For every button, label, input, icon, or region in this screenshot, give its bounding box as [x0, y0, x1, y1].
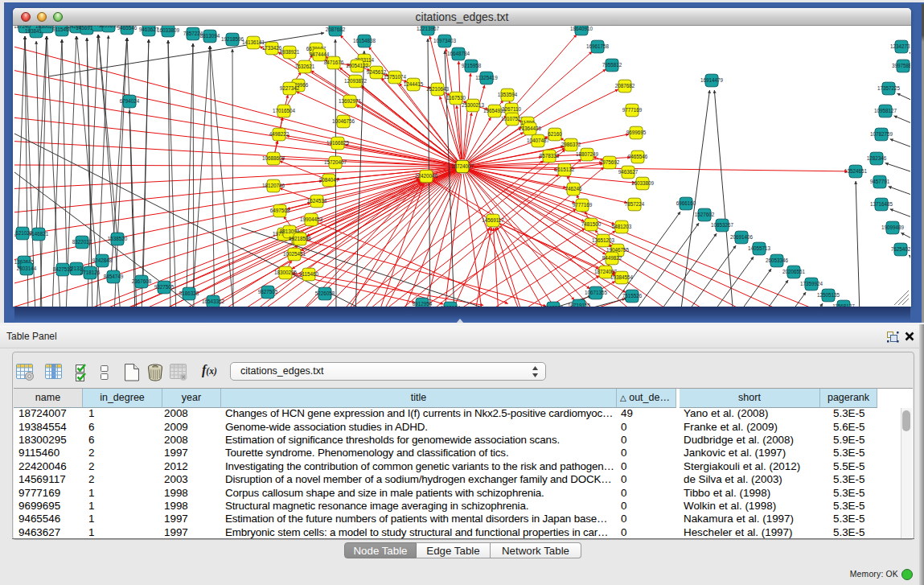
svg-text:12342737: 12342737: [890, 43, 910, 49]
svg-text:16914479: 16914479: [700, 77, 724, 83]
svg-text:7975692: 7975692: [600, 159, 620, 165]
svg-text:1615132: 1615132: [555, 167, 575, 172]
svg-text:10973403: 10973403: [433, 38, 457, 43]
svg-text:9699695: 9699695: [626, 130, 647, 135]
svg-text:10671355: 10671355: [585, 290, 608, 295]
svg-text:8938921: 8938921: [280, 49, 300, 55]
svg-text:39975887: 39975887: [892, 63, 910, 68]
svg-text:11325419: 11325419: [475, 75, 498, 80]
svg-text:19218596: 19218596: [221, 36, 244, 42]
svg-text:5481203: 5481203: [612, 224, 632, 229]
svg-text:14569117: 14569117: [482, 217, 504, 223]
svg-text:16154838: 16154838: [353, 38, 376, 43]
svg-text:18807249: 18807249: [576, 151, 599, 157]
svg-text:9777169: 9777169: [573, 202, 593, 208]
svg-text:1353594: 1353594: [498, 92, 518, 97]
svg-text:13716485: 13716485: [870, 201, 893, 207]
svg-text:18724007: 18724007: [451, 163, 474, 169]
svg-text:17016504: 17016504: [273, 108, 296, 113]
svg-text:2718126: 2718126: [80, 270, 101, 275]
svg-text:19384554: 19384554: [610, 274, 634, 280]
svg-text:16543362: 16543362: [202, 299, 225, 304]
svg-text:1527602: 1527602: [695, 212, 715, 217]
svg-text:15751074: 15751074: [384, 74, 407, 80]
svg-text:3267110: 3267110: [502, 106, 522, 112]
svg-text:9327505: 9327505: [154, 284, 175, 290]
svg-text:10688609: 10688609: [262, 155, 285, 161]
svg-text:16648784: 16648784: [447, 51, 470, 56]
svg-text:1538520: 1538520: [108, 236, 128, 241]
svg-text:8813094: 8813094: [200, 33, 220, 39]
svg-text:9115460: 9115460: [299, 271, 319, 277]
svg-text:17359924: 17359924: [800, 281, 823, 286]
svg-text:7955812: 7955812: [602, 62, 622, 68]
svg-text:9465546: 9465546: [117, 26, 138, 31]
svg-text:12505135: 12505135: [817, 292, 840, 298]
svg-text:4498222: 4498222: [269, 131, 290, 137]
svg-text:9146821: 9146821: [29, 231, 49, 237]
svg-text:10046756: 10046756: [332, 118, 355, 124]
svg-text:8471676: 8471676: [324, 60, 344, 65]
svg-text:8186328: 8186328: [179, 290, 199, 296]
svg-text:9215958: 9215958: [462, 63, 482, 68]
svg-text:7632621: 7632621: [295, 64, 315, 69]
svg-text:2803144: 2803144: [17, 266, 37, 271]
svg-text:8427512: 8427512: [53, 266, 73, 272]
svg-text:25300213: 25300213: [462, 102, 485, 108]
svg-text:7625402: 7625402: [891, 246, 910, 252]
svg-text:2367608: 2367608: [132, 278, 152, 284]
svg-text:16210643: 16210643: [426, 86, 450, 92]
svg-text:20691406: 20691406: [730, 234, 754, 240]
svg-text:6794024: 6794024: [120, 98, 140, 104]
svg-text:9463627: 9463627: [618, 169, 639, 175]
svg-text:2084047: 2084047: [319, 177, 339, 183]
svg-text:9457791: 9457791: [870, 179, 890, 184]
svg-text:1282346: 1282346: [867, 155, 887, 161]
svg-text:7515526: 7515526: [622, 293, 643, 299]
svg-text:8578332: 8578332: [540, 153, 560, 159]
svg-text:2986372: 2986372: [561, 142, 581, 147]
svg-text:9777169: 9777169: [622, 107, 643, 113]
svg-text:19904453: 19904453: [300, 216, 323, 222]
svg-text:10782759: 10782759: [870, 131, 893, 137]
svg-text:12093872: 12093872: [344, 78, 368, 84]
svg-text:20206551: 20206551: [782, 269, 806, 274]
svg-text:19099489: 19099489: [881, 225, 905, 230]
svg-text:8449822: 8449822: [602, 255, 622, 261]
svg-text:19218596: 19218596: [289, 236, 312, 241]
svg-text:8454749: 8454749: [104, 274, 124, 279]
svg-text:17357225: 17357225: [877, 85, 901, 91]
svg-text:1167530: 1167530: [446, 95, 466, 101]
svg-text:1244415: 1244415: [404, 81, 424, 87]
svg-text:13651203: 13651203: [592, 237, 615, 243]
svg-text:7481500: 7481500: [581, 221, 602, 227]
svg-text:16033809: 16033809: [157, 27, 180, 33]
svg-text:14136141: 14136141: [242, 39, 265, 45]
svg-text:9465546: 9465546: [628, 154, 648, 159]
svg-text:26053346: 26053346: [766, 257, 789, 263]
svg-text:15720407: 15720407: [324, 159, 347, 165]
svg-text:22420046: 22420046: [415, 173, 438, 179]
svg-text:10958127: 10958127: [874, 108, 897, 113]
svg-text:10025451: 10025451: [283, 251, 306, 257]
svg-text:8912954: 8912954: [413, 301, 433, 307]
svg-text:10054122: 10054122: [346, 63, 369, 68]
svg-text:10407487: 10407487: [527, 138, 550, 143]
svg-text:10853267: 10853267: [711, 222, 734, 228]
svg-text:746246: 746246: [565, 186, 582, 192]
svg-text:16961758: 16961758: [586, 43, 610, 49]
svg-text:18724007: 18724007: [594, 269, 618, 274]
svg-text:13692971: 13692971: [339, 98, 362, 104]
svg-text:9242848: 9242848: [92, 257, 113, 263]
svg-text:8322037: 8322037: [72, 239, 92, 245]
svg-text:21364436: 21364436: [519, 126, 542, 131]
svg-text:9827505: 9827505: [258, 289, 278, 295]
svg-text:13524651: 13524651: [844, 168, 868, 174]
svg-text:6966160: 6966160: [676, 200, 696, 206]
svg-text:5226058: 5226058: [315, 290, 335, 296]
svg-text:18300295: 18300295: [274, 270, 298, 275]
svg-text:6497508: 6497508: [270, 208, 290, 213]
svg-text:18120746: 18120746: [262, 183, 285, 188]
svg-text:19166825: 19166825: [326, 140, 350, 146]
svg-text:9227342: 9227342: [280, 85, 300, 91]
